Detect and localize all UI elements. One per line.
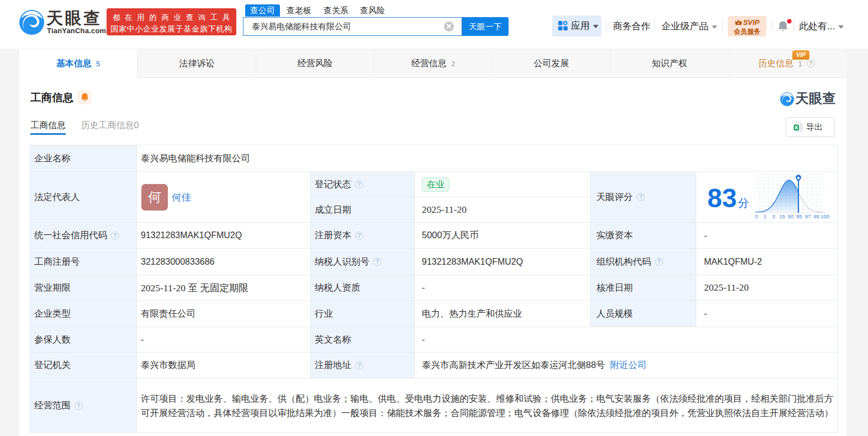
svg-text:97: 97 bbox=[805, 213, 811, 219]
svg-text:100: 100 bbox=[821, 213, 829, 219]
svg-text:0: 0 bbox=[755, 213, 758, 219]
svg-text:15: 15 bbox=[780, 213, 786, 219]
svg-text:3: 3 bbox=[772, 213, 775, 219]
svg-text:99: 99 bbox=[814, 213, 820, 219]
svg-text:85: 85 bbox=[797, 213, 803, 219]
svg-text:1: 1 bbox=[764, 213, 766, 219]
svg-text:50: 50 bbox=[788, 213, 794, 219]
